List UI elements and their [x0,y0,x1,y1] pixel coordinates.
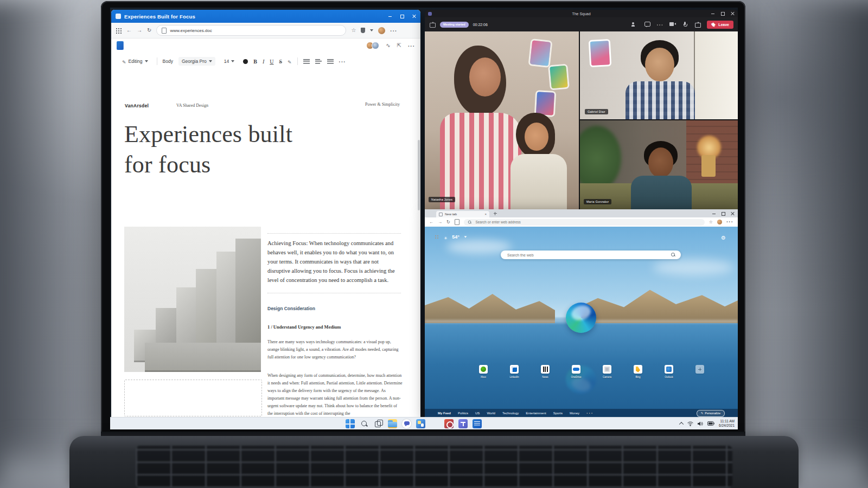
minimize-icon[interactable] [712,211,716,216]
close-icon[interactable] [730,211,735,216]
widgets-icon[interactable] [416,419,425,428]
personalize-button[interactable]: Personalize [697,410,725,417]
shortcut-bing[interactable] [634,365,642,374]
bold-button[interactable]: B [253,59,257,65]
leave-button[interactable]: Leave [707,21,733,29]
maximize-icon[interactable] [400,14,404,18]
font-color-icon[interactable] [243,59,248,64]
edge-address-input[interactable] [474,220,700,224]
shortcut-onedrive[interactable] [572,365,580,374]
feed-link[interactable]: World [487,412,495,415]
forward-icon[interactable]: → [137,28,142,33]
call-more-icon[interactable] [656,20,663,29]
gallery-view-icon[interactable] [429,22,436,27]
taskbar-clock[interactable]: 11:11 AM 6/24/2021 [719,419,735,428]
shortcut-xbox[interactable] [479,365,488,374]
share-icon[interactable]: ⇱ [397,43,401,48]
refresh-icon[interactable]: ↻ [446,220,450,224]
browser-profile-avatar[interactable] [378,27,385,34]
edge-taskbar-icon[interactable] [430,419,439,428]
layout-grid-icon[interactable] [435,235,439,240]
tray-chevron-icon[interactable] [680,422,683,425]
weather-chevron-icon[interactable] [464,236,467,237]
edge-profile-avatar[interactable] [717,220,722,224]
video-tile[interactable]: Maria Gonzalez [580,120,738,209]
video-tile[interactable]: Gabriel Diaz [580,31,738,119]
browser-shield-icon[interactable] [361,28,365,33]
feed-link[interactable]: US [475,412,480,415]
forward-icon[interactable]: → [438,220,442,224]
site-info-icon[interactable] [455,219,459,225]
minimize-icon[interactable] [388,14,392,18]
highlighter-icon[interactable] [288,56,292,66]
shield-chevron-icon[interactable] [370,29,373,31]
back-icon[interactable]: ← [429,220,433,224]
browser-tab[interactable]: New tab × [436,211,489,217]
strikethrough-button[interactable]: S [279,59,282,65]
web-search-input[interactable] [506,253,671,258]
camera-icon[interactable] [669,22,676,27]
collaborator-avatars[interactable] [366,42,379,49]
participants-icon[interactable] [631,22,638,27]
tab-close-icon[interactable]: × [484,213,487,216]
bullet-list-icon[interactable] [303,59,310,64]
close-icon[interactable] [412,14,416,18]
numbered-list-icon[interactable] [315,59,322,64]
favorites-icon[interactable]: ☆ [709,220,713,224]
screen-share-icon[interactable] [694,22,701,27]
edge-more-icon[interactable] [726,219,733,225]
refresh-icon[interactable]: ↻ [147,28,151,33]
feed-link[interactable]: Sports [553,412,563,415]
teams-titlebar[interactable]: The Squad [425,10,738,17]
browser-more-icon[interactable] [390,25,397,35]
maximize-icon[interactable] [721,211,725,216]
office-app-icon[interactable] [444,419,454,428]
add-shortcut-tile[interactable] [695,365,704,374]
font-dropdown[interactable]: Georgia Pro [178,57,215,66]
volume-icon[interactable] [698,421,703,426]
temperature[interactable]: 54° [452,234,459,240]
word-taskbar-icon[interactable] [473,419,482,428]
battery-icon[interactable] [707,421,714,426]
format-more-icon[interactable] [339,56,346,66]
document-scrollbar[interactable] [418,140,420,210]
apps-grid-icon[interactable] [116,28,122,34]
teams-taskbar-icon[interactable] [458,419,468,428]
collab-more-icon[interactable] [408,41,415,50]
wifi-icon[interactable] [687,421,693,426]
align-icon[interactable] [327,59,334,64]
editing-mode-dropdown[interactable]: Editing [119,55,151,68]
back-icon[interactable]: ← [126,28,132,33]
feed-link[interactable]: My Feed [438,412,451,415]
document-titlebar[interactable]: Experiences Built for Focus [111,10,420,23]
shortcut-news[interactable] [541,365,550,374]
minimize-icon[interactable] [711,11,715,16]
chat-icon[interactable] [644,22,650,27]
video-tile[interactable]: Natasha Jones [425,31,579,209]
feed-more-icon[interactable] [586,410,593,416]
start-button[interactable] [346,419,355,428]
search-icon[interactable] [671,253,675,257]
web-search-box[interactable] [501,251,681,259]
font-size-dropdown[interactable]: 14 [221,57,238,66]
activity-icon[interactable]: ∿ [386,43,390,48]
new-tab-icon[interactable] [493,211,497,216]
file-explorer-icon[interactable] [388,419,397,428]
italic-button[interactable]: I [263,59,264,65]
taskbar-search-icon[interactable] [360,419,369,428]
feed-link[interactable]: Entertainment [526,412,546,415]
style-dropdown[interactable]: Body [163,59,173,64]
feed-link[interactable]: Politics [458,412,468,415]
address-bar[interactable]: www.experiences.doc [156,25,346,36]
edge-address-bar[interactable] [464,219,705,226]
close-icon[interactable] [730,11,735,16]
feed-link[interactable]: Money [570,412,579,415]
shortcut-outlook[interactable] [665,365,673,374]
maximize-icon[interactable] [720,11,725,16]
favorites-icon[interactable]: ☆ [351,28,356,33]
microphone-icon[interactable] [682,22,688,27]
chat-app-icon[interactable] [402,419,411,428]
shortcut-linkedin[interactable] [510,365,519,374]
shortcut-camera[interactable] [603,365,611,374]
task-view-icon[interactable] [374,419,383,428]
